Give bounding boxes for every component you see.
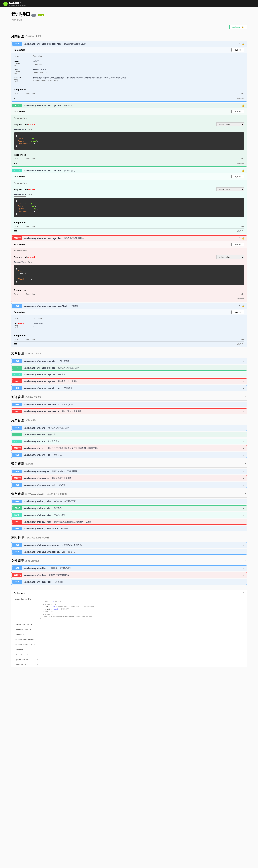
operation-block: GET /api/manage/medias/{id} 文件详情 ⌄ bbox=[11, 579, 247, 585]
operation-summary[interactable]: GET /api/manage/messages 消息列表查询,以分页模式展示 … bbox=[11, 469, 247, 474]
chevron-icon: ⌄ bbox=[243, 454, 245, 456]
operation-summary[interactable]: GET /api/manage/messages/{id} 消息详情 ⌄ bbox=[11, 482, 247, 488]
expand-icon[interactable]: > bbox=[37, 644, 38, 646]
schema-item[interactable]: DeleteDto> bbox=[11, 647, 247, 652]
authorize-button[interactable]: Authorize 🔓 bbox=[229, 25, 247, 29]
try-it-out-button[interactable]: Try it out bbox=[231, 243, 244, 246]
lock-icon[interactable]: 🔓 bbox=[242, 237, 245, 240]
chevron-icon: ⌄ bbox=[243, 521, 245, 523]
schema-item[interactable]: UpdateUserDto> bbox=[11, 657, 247, 662]
try-it-out-button[interactable]: Try it out bbox=[231, 110, 244, 113]
schema-item[interactable]: CreateRoleDto> bbox=[11, 662, 247, 667]
lock-icon[interactable]: 🔓 bbox=[242, 305, 245, 307]
version-badge: 1.0 bbox=[31, 14, 36, 17]
schema-item[interactable]: ManageUpdatePostDto> bbox=[11, 642, 247, 647]
schema-item[interactable]: DeleteWithTrashDto> bbox=[11, 627, 247, 632]
tab-example[interactable]: Example Value bbox=[14, 260, 26, 264]
method-badge: GET bbox=[12, 386, 22, 390]
try-it-out-button[interactable]: Try it out bbox=[231, 175, 244, 179]
chevron-icon: ⌃ bbox=[245, 396, 247, 398]
content-type-select[interactable]: application/json bbox=[216, 255, 244, 259]
lock-icon[interactable]: 🔓 bbox=[242, 43, 245, 45]
chevron-icon: ⌃ bbox=[239, 169, 241, 172]
operation-summary[interactable]: GET /api/manage/medias/{id} 文件详情 ⌄ bbox=[11, 579, 247, 585]
content-type-select[interactable]: application/json bbox=[216, 122, 244, 126]
try-it-out-button[interactable]: Try it out bbox=[231, 310, 244, 314]
operation-summary[interactable]: DELETE /api/manage/content/comments 删除评论… bbox=[11, 409, 247, 414]
tag-header[interactable]: 分类管理 内容模块-分类管理 ⌃ bbox=[11, 33, 247, 40]
operation-path: /api/manage/users bbox=[24, 427, 45, 429]
operation-summary[interactable]: GET /api/manage/rbac/roles 角色查询,以分页模式展示 … bbox=[11, 499, 247, 504]
operation-summary[interactable]: GET /api/manage/content/categories/{id} … bbox=[11, 303, 247, 309]
operation-summary[interactable]: GET /api/manage/rbac/permissions 分页模式,以分… bbox=[11, 542, 247, 548]
operation-summary[interactable]: PATCH /api/manage/rbac/roles 更新角色信息 ⌄ bbox=[11, 512, 247, 518]
expand-icon[interactable]: > bbox=[37, 623, 38, 625]
tag-header[interactable]: 权限管理 权限为系统硬编码,只能查看 ⌃ bbox=[11, 534, 247, 541]
operation-summary[interactable]: DELETE /api/manage/content/posts 删除文章,支持… bbox=[11, 379, 247, 384]
operation-summary[interactable]: DELETE /api/manage/messages 删除消息,支持批量删除 … bbox=[11, 475, 247, 481]
operation-summary[interactable]: GET /api/manage/medias 文件查询,以分页模式展示 ⌄ bbox=[11, 566, 247, 571]
expand-icon[interactable]: > bbox=[37, 628, 38, 630]
method-badge: GET bbox=[12, 566, 22, 570]
expand-icon[interactable]: > bbox=[37, 633, 38, 636]
operation-summary[interactable]: POST /api/manage/users 新增用户 ⌄ bbox=[11, 432, 247, 437]
operation-summary[interactable]: POST /api/manage/rbac/roles 添加角色 ⌄ bbox=[11, 505, 247, 511]
schema-item[interactable]: ManageCreatePostDto> bbox=[11, 637, 247, 642]
schemas-header[interactable]: Schemas ⌃ bbox=[11, 590, 247, 596]
operation-summary[interactable]: GET /api/manage/content/categories 分类查询,… bbox=[11, 41, 247, 46]
operation-block: DELETE /api/manage/medias 删除文件,支持批量删除 ⌄ bbox=[11, 572, 247, 578]
operation-summary[interactable]: GET /api/manage/content/comments 查询评论列表 … bbox=[11, 402, 247, 407]
operation-summary[interactable]: GET /api/manage/rbac/permissions/{id} 权限… bbox=[11, 549, 247, 555]
operation-desc: 删除分类,支持批量删除 bbox=[64, 237, 84, 240]
operation-summary[interactable]: GET /api/manage/users/{id} 用户详情 ⌄ bbox=[11, 452, 247, 458]
tag-header[interactable]: 消息管理 消息管理 ⌃ bbox=[11, 460, 247, 467]
operation-summary[interactable]: DELETE /api/manage/content/categories 删除… bbox=[11, 236, 247, 241]
schema-item[interactable]: CreateCategoryDto⌄{name* string 分类名称 exa… bbox=[11, 596, 247, 622]
expand-icon[interactable]: > bbox=[37, 654, 38, 656]
content-type-select[interactable]: application/json bbox=[216, 187, 244, 191]
operation-summary[interactable]: GET /api/manage/rbac/roles/{id} 角色详情 ⌄ bbox=[11, 526, 247, 531]
method-badge: DELETE bbox=[12, 476, 22, 480]
schema-item[interactable]: CreateUserDto> bbox=[11, 652, 247, 657]
operation-block: GET /api/manage/rbac/roles 角色查询,以分页模式展示 … bbox=[11, 499, 247, 504]
tab-schema[interactable]: Schema bbox=[28, 128, 35, 131]
expand-icon[interactable]: > bbox=[37, 649, 38, 651]
operation-path: /api/manage/users bbox=[24, 440, 45, 443]
schema-item[interactable]: RestoreDto> bbox=[11, 632, 247, 637]
operation-summary[interactable]: PATCH /api/manage/users 修改用户信息 ⌄ bbox=[11, 439, 247, 444]
operation-summary[interactable]: PATCH /api/manage/content/posts 修改文章 ⌄ bbox=[11, 372, 247, 377]
expand-icon[interactable]: > bbox=[37, 664, 38, 666]
expand-icon[interactable]: > bbox=[37, 659, 38, 661]
expand-icon[interactable]: > bbox=[37, 639, 38, 641]
operation-summary[interactable]: PATCH /api/manage/content/categories 修改分… bbox=[11, 168, 247, 173]
lock-icon[interactable]: 🔓 bbox=[242, 169, 245, 172]
method-badge: POST bbox=[12, 433, 22, 436]
lock-icon[interactable]: 🔓 bbox=[242, 104, 245, 107]
tab-schema[interactable]: Schema bbox=[28, 260, 35, 264]
tag-header[interactable]: 文章管理 内容模块-文章管理 ⌃ bbox=[11, 350, 247, 357]
try-it-out-button[interactable]: Try it out bbox=[231, 48, 244, 52]
operation-summary[interactable]: DELETE /api/manage/users 删除用户,支持批量删除(用户处… bbox=[11, 445, 247, 451]
operation-summary[interactable]: GET /api/manage/users 用户查询,以分页模式展示 ⌄ bbox=[11, 425, 247, 431]
operation-summary[interactable]: POST /api/manage/content/categories 添加分类… bbox=[11, 103, 247, 108]
tag-desc: 管理所有用户 bbox=[26, 419, 37, 422]
method-badge: GET bbox=[12, 483, 22, 487]
tab-schema[interactable]: Schema bbox=[28, 193, 35, 196]
operation-summary[interactable]: GET /api/manage/content/posts/{id} 文章详情 … bbox=[11, 385, 247, 391]
tag-header[interactable]: 用户管理 管理所有用户 ⌃ bbox=[11, 417, 247, 424]
operation-summary[interactable]: POST /api/manage/content/posts 文章查询,以分页模… bbox=[11, 365, 247, 370]
chevron-icon: ⌄ bbox=[243, 470, 245, 472]
tag-header[interactable]: 评论管理 内容模块-评论管理 ⌃ bbox=[11, 394, 247, 401]
operation-summary[interactable]: GET /api/manage/content/posts 发布一篇文章 ⌄ bbox=[11, 358, 247, 364]
tag-header[interactable]: 文件管理 上传的文件管理 ⌃ bbox=[11, 557, 247, 564]
operation-summary[interactable]: DELETE /api/manage/medias 删除文件,支持批量删除 ⌄ bbox=[11, 572, 247, 578]
operation-summary[interactable]: DELETE /api/manage/rbac/roles 删除角色,支持批量删… bbox=[11, 519, 247, 524]
tag-desc: 上传的文件管理 bbox=[26, 559, 39, 562]
expand-icon[interactable]: ⌄ bbox=[37, 598, 39, 600]
tag-header[interactable]: 角色管理 默认非super-admin的角色,其它全部可以修改删除 ⌃ bbox=[11, 490, 247, 498]
tab-example[interactable]: Example Value bbox=[14, 193, 26, 196]
schema-item[interactable]: UpdateCategoryDto> bbox=[11, 622, 247, 627]
operation-block: POST /api/manage/content/categories 添加分类… bbox=[11, 102, 247, 167]
tab-example[interactable]: Example Value bbox=[14, 128, 26, 131]
chevron-icon: ⌄ bbox=[243, 433, 245, 436]
